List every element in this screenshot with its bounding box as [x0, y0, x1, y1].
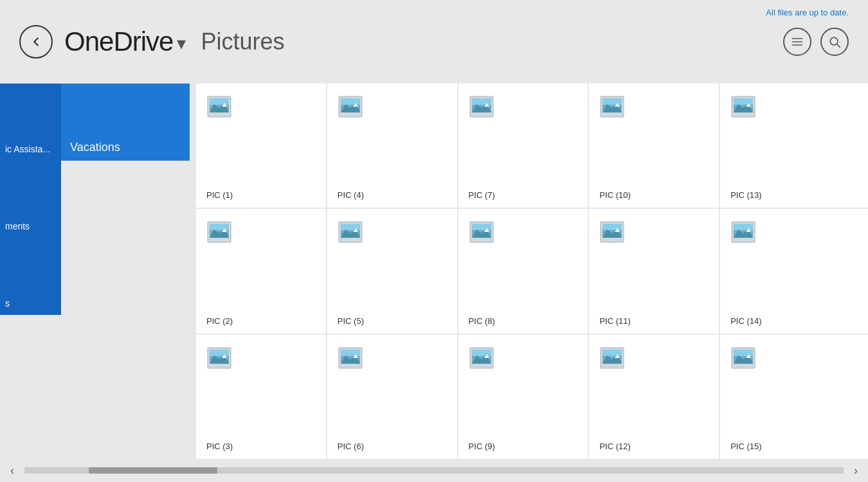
- file-cell-15[interactable]: PIC (15): [720, 335, 850, 459]
- list-view-button[interactable]: [783, 28, 811, 56]
- app-name: OneDrive: [64, 26, 173, 57]
- file-cell-1[interactable]: PIC (1): [196, 84, 326, 208]
- svg-rect-38: [341, 224, 360, 230]
- bottom-scrollbar-bar: ‹ ›: [0, 459, 868, 482]
- file-name-7: PIC (5): [338, 311, 364, 326]
- svg-rect-8: [210, 98, 229, 105]
- file-thumbnail-7: [338, 219, 363, 245]
- file-name-3: PIC (7): [469, 185, 495, 200]
- file-thumbnail-11: [206, 345, 232, 371]
- chevron-down-icon[interactable]: ▾: [177, 33, 185, 54]
- file-name-1: PIC (1): [206, 185, 233, 200]
- file-name-12: PIC (6): [338, 436, 364, 451]
- file-cell-2[interactable]: PIC (4): [327, 84, 457, 208]
- svg-line-5: [837, 44, 840, 48]
- file-thumbnail-4: [599, 94, 625, 120]
- file-grid-container: PIC (1)PIC (4)PIC (7)PIC (10)PIC (13)PIC…: [190, 84, 850, 459]
- file-cell-4[interactable]: PIC (10): [589, 84, 719, 208]
- file-name-4: PIC (10): [599, 185, 630, 200]
- page-title: Pictures: [201, 28, 284, 55]
- sidebar-partial-label-0: ic Assista...: [5, 144, 50, 154]
- scroll-thumb[interactable]: [89, 467, 217, 474]
- sidebar-empty-2: [61, 238, 190, 315]
- app-title: OneDrive ▾: [64, 26, 185, 57]
- header-right: All files are up to date.: [766, 0, 849, 56]
- scroll-left-arrow[interactable]: ‹: [10, 464, 14, 478]
- sidebar-right-partial: [850, 84, 868, 459]
- file-name-6: PIC (2): [206, 311, 233, 326]
- sidebar-partial: ic Assista... ments s: [0, 84, 61, 459]
- file-cell-6[interactable]: PIC (2): [196, 209, 326, 333]
- file-thumbnail-2: [338, 94, 363, 120]
- right-partial-cell-1: [850, 84, 868, 208]
- file-name-9: PIC (11): [599, 311, 630, 326]
- file-grid: PIC (1)PIC (4)PIC (7)PIC (10)PIC (13)PIC…: [196, 84, 850, 459]
- file-name-11: PIC (3): [206, 436, 233, 451]
- file-cell-13[interactable]: PIC (9): [458, 335, 588, 459]
- svg-rect-63: [341, 350, 360, 356]
- file-thumbnail-5: [730, 94, 756, 120]
- right-partial-cell-3: [850, 335, 868, 459]
- svg-rect-33: [210, 224, 229, 230]
- file-thumbnail-3: [469, 94, 494, 120]
- sidebar-empty-1: [61, 161, 190, 238]
- search-button[interactable]: [820, 28, 849, 56]
- sidebar-partial-item-2[interactable]: s: [0, 238, 61, 315]
- header: OneDrive ▾ Pictures All files are up to …: [0, 0, 868, 84]
- svg-rect-53: [734, 224, 753, 230]
- sidebar-item-vacations[interactable]: Vacations: [61, 84, 190, 161]
- file-name-14: PIC (12): [599, 436, 630, 451]
- file-name-10: PIC (14): [730, 311, 761, 326]
- svg-rect-68: [472, 350, 491, 356]
- svg-rect-43: [472, 224, 491, 230]
- file-name-2: PIC (4): [338, 185, 364, 200]
- file-thumbnail-14: [599, 345, 625, 371]
- sidebar-partial-item-1[interactable]: ments: [0, 161, 61, 238]
- file-cell-8[interactable]: PIC (8): [458, 209, 588, 333]
- svg-rect-13: [341, 98, 360, 105]
- file-thumbnail-6: [206, 219, 232, 245]
- file-thumbnail-15: [730, 345, 756, 371]
- vacations-label: Vacations: [70, 141, 120, 154]
- file-name-8: PIC (8): [469, 311, 495, 326]
- file-name-5: PIC (13): [730, 185, 761, 200]
- file-cell-12[interactable]: PIC (6): [327, 335, 457, 459]
- file-thumbnail-9: [599, 219, 625, 245]
- file-cell-10[interactable]: PIC (14): [720, 209, 850, 333]
- file-thumbnail-1: [206, 94, 232, 120]
- file-name-15: PIC (15): [730, 436, 761, 451]
- file-thumbnail-13: [469, 345, 494, 371]
- file-thumbnail-12: [338, 345, 363, 371]
- content-area: ic Assista... ments s Vacations PIC (1)P…: [0, 84, 868, 459]
- file-cell-9[interactable]: PIC (11): [589, 209, 719, 333]
- file-thumbnail-8: [469, 219, 494, 245]
- right-partial-cell-2: [850, 209, 868, 333]
- file-name-13: PIC (9): [469, 436, 495, 451]
- back-button[interactable]: [19, 25, 53, 58]
- file-cell-5[interactable]: PIC (13): [720, 84, 850, 208]
- svg-rect-78: [734, 350, 753, 356]
- sidebar-partial-label-2: s: [5, 298, 10, 308]
- file-cell-14[interactable]: PIC (12): [589, 335, 719, 459]
- sidebar-main: Vacations: [61, 84, 190, 459]
- sidebar-partial-item-0[interactable]: ic Assista...: [0, 84, 61, 161]
- svg-rect-28: [734, 98, 753, 105]
- sync-status: All files are up to date.: [766, 8, 849, 17]
- file-thumbnail-10: [730, 219, 756, 245]
- file-cell-11[interactable]: PIC (3): [196, 335, 326, 459]
- scroll-track[interactable]: [24, 467, 844, 474]
- file-cell-3[interactable]: PIC (7): [458, 84, 588, 208]
- scroll-right-arrow[interactable]: ›: [854, 464, 858, 478]
- svg-rect-18: [472, 98, 491, 105]
- svg-rect-73: [602, 350, 622, 356]
- header-icons: [783, 28, 849, 56]
- svg-rect-58: [210, 350, 229, 356]
- svg-rect-23: [602, 98, 622, 105]
- svg-rect-48: [602, 224, 622, 230]
- file-cell-7[interactable]: PIC (5): [327, 209, 457, 333]
- sidebar-partial-label-1: ments: [5, 221, 30, 231]
